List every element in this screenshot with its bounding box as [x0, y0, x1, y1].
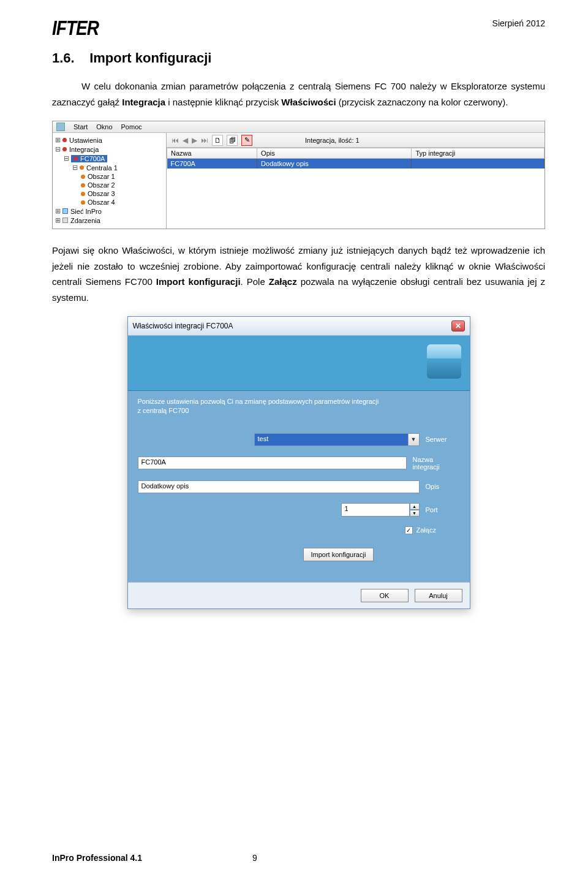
zalacz-checkbox[interactable]: ✓ — [405, 526, 413, 534]
dialog-title: Właściwości integracji FC700A — [133, 322, 233, 330]
desc-line1: Poniższe ustawienia pozwolą Ci na zmianę… — [138, 397, 460, 406]
dialog-description: Poniższe ustawienia pozwolą Ci na zmianę… — [128, 391, 470, 422]
properties-button[interactable]: ✎ — [241, 135, 252, 146]
new-button[interactable]: 🗋 — [212, 135, 223, 146]
dialog-form: test ▼ Serwer FC700A Nazwa integracji Do… — [128, 422, 470, 582]
nav-first-icon[interactable]: ⏮ — [172, 136, 179, 145]
section-title: Import konfiguracji — [89, 50, 211, 66]
tree-obszar1[interactable]: Obszar 1 — [55, 172, 164, 181]
logo: IFTER — [52, 17, 99, 40]
p2-c: . Pole — [241, 276, 269, 287]
grid-header-nazwa[interactable]: Nazwa — [167, 148, 257, 159]
section-heading: 1.6. Import konfiguracji — [52, 50, 545, 66]
page-number: 9 — [252, 853, 257, 863]
p1-e: (przycisk zaznaczony na kolor czerwony). — [336, 97, 508, 107]
paragraph-2: Pojawi się okno Właściwości, w którym is… — [52, 243, 545, 305]
product-name: InPro Professional 4.1 — [52, 853, 142, 863]
cancel-button[interactable]: Anuluj — [415, 589, 462, 602]
paragraph-1: W celu dokonania zmian parametrów połącz… — [52, 78, 545, 110]
tree-fc700a[interactable]: ⊟FC700A — [55, 154, 164, 163]
dialog-titlebar[interactable]: Właściwości integracji FC700A ✕ — [128, 317, 470, 336]
header-date: Sierpień 2012 — [492, 18, 545, 28]
port-value[interactable]: 1 — [341, 503, 410, 517]
desc-line2: z centralą FC700 — [138, 406, 460, 415]
integration-grid[interactable]: Nazwa Opis Typ integracji FC700A Dodatko… — [167, 148, 545, 169]
tree-obszar4[interactable]: Obszar 4 — [55, 198, 164, 206]
server-value: test — [255, 434, 408, 445]
nav-next-icon[interactable]: ▶ — [192, 136, 197, 145]
grid-header-opis[interactable]: Opis — [257, 148, 412, 159]
page-footer: InPro Professional 4.1 9 — [52, 853, 545, 863]
nav-prev-icon[interactable]: ◀ — [183, 136, 188, 145]
server-combo[interactable]: test ▼ — [254, 433, 420, 446]
menu-pomoc[interactable]: Pomoc — [121, 123, 142, 131]
grid-row[interactable]: FC700A Dodatkowy opis — [167, 159, 545, 169]
tree-obszar2[interactable]: Obszar 2 — [55, 181, 164, 189]
spin-up-icon[interactable]: ▲ — [410, 503, 420, 510]
p1-b: Integracja — [122, 97, 165, 107]
port-spinner[interactable]: 1 ▲ ▼ — [341, 503, 420, 517]
p1-d: Właściwości — [281, 97, 336, 107]
screenshot-app-window: Start Okno Pomoc ⊞Ustawienia ⊟Integracja… — [52, 121, 545, 229]
ok-button[interactable]: OK — [361, 589, 409, 602]
p2-d: Załącz — [269, 276, 297, 287]
opis-label: Opis — [426, 483, 440, 490]
spin-down-icon[interactable]: ▼ — [410, 510, 420, 517]
grid-cell-typ — [412, 159, 545, 169]
dialog-footer: OK Anuluj — [128, 582, 470, 608]
tree-zdarzenia[interactable]: ⊞Zdarzenia — [55, 216, 164, 225]
tree-siec[interactable]: ⊞Sieć InPro — [55, 206, 164, 216]
name-label: Nazwa integracji — [413, 456, 460, 471]
import-config-button[interactable]: Import konfiguracji — [303, 548, 374, 561]
tree-obszar3[interactable]: Obszar 3 — [55, 189, 164, 198]
toolbar: ⏮ ◀ ▶ ⏭ 🗋 🗐 ✎ Integracja, ilość: 1 — [167, 133, 545, 148]
opis-input[interactable]: Dodatkowy opis — [138, 480, 420, 493]
tree-integracja[interactable]: ⊟Integracja — [55, 145, 164, 154]
close-icon[interactable]: ✕ — [451, 320, 465, 331]
menu-start[interactable]: Start — [74, 123, 88, 131]
p1-c: i następnie kliknąć przycisk — [165, 97, 281, 107]
tree-ustawienia[interactable]: ⊞Ustawienia — [55, 135, 164, 145]
dialog-banner — [128, 336, 470, 391]
server-label: Serwer — [426, 436, 447, 443]
app-menu-bar: Start Okno Pomoc — [53, 121, 545, 133]
app-icon — [56, 123, 65, 131]
section-number: 1.6. — [52, 50, 75, 66]
grid-header-typ[interactable]: Typ integracji — [412, 148, 545, 159]
copy-button[interactable]: 🗐 — [227, 135, 238, 146]
port-label: Port — [426, 506, 438, 513]
zalacz-label: Załącz — [417, 526, 436, 534]
nav-last-icon[interactable]: ⏭ — [201, 136, 208, 145]
toolbar-count-label: Integracja, ilość: 1 — [305, 137, 360, 144]
p2-b: Import konfiguracji — [156, 276, 241, 287]
properties-dialog: Właściwości integracji FC700A ✕ Poniższe… — [127, 316, 470, 609]
grid-cell-opis: Dodatkowy opis — [257, 159, 412, 169]
tree-panel[interactable]: ⊞Ustawienia ⊟Integracja ⊟FC700A ⊟Central… — [53, 133, 167, 229]
zalacz-row[interactable]: ✓ Załącz — [405, 526, 460, 534]
tree-centrala[interactable]: ⊟Centrala 1 — [55, 163, 164, 172]
chevron-down-icon[interactable]: ▼ — [408, 434, 419, 445]
menu-okno[interactable]: Okno — [96, 123, 112, 131]
name-input[interactable]: FC700A — [138, 456, 407, 469]
grid-cell-nazwa: FC700A — [167, 159, 257, 169]
